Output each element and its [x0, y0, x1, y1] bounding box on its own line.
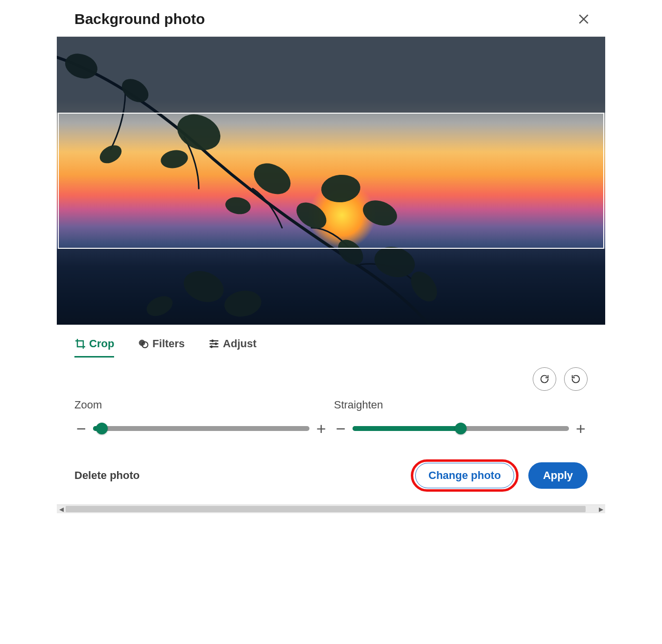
- straighten-slider-group: Straighten − +: [334, 399, 588, 437]
- zoom-minus-button[interactable]: −: [74, 420, 88, 437]
- close-icon: [577, 13, 590, 25]
- svg-point-21: [212, 340, 213, 342]
- rotate-buttons: [57, 358, 605, 396]
- rotate-clockwise-icon: [539, 374, 550, 384]
- straighten-slider-fill: [353, 426, 461, 431]
- zoom-label: Zoom: [74, 399, 328, 411]
- tab-filters-label: Filters: [152, 337, 185, 350]
- change-photo-highlight: Change photo: [411, 459, 519, 492]
- horizontal-scrollbar[interactable]: ◀ ▶: [57, 504, 605, 513]
- straighten-plus-button[interactable]: +: [574, 420, 588, 437]
- scroll-left-arrow[interactable]: ◀: [57, 505, 66, 513]
- adjust-icon: [208, 338, 220, 350]
- crop-dim-top: [57, 37, 605, 113]
- crop-dim-bottom: [57, 249, 605, 325]
- modal-header: Background photo: [57, 2, 605, 37]
- zoom-plus-button[interactable]: +: [314, 420, 328, 437]
- apply-button[interactable]: Apply: [528, 462, 588, 489]
- slider-panel: Zoom − + Straighten − +: [57, 396, 605, 449]
- delete-photo-link[interactable]: Delete photo: [74, 469, 140, 482]
- tab-adjust[interactable]: Adjust: [208, 337, 256, 358]
- straighten-label: Straighten: [334, 399, 588, 411]
- scroll-thumb[interactable]: [66, 506, 586, 512]
- zoom-slider-thumb[interactable]: [96, 423, 108, 434]
- modal-footer: Delete photo Change photo Apply: [57, 449, 605, 504]
- svg-point-25: [211, 346, 213, 348]
- modal-title: Background photo: [74, 11, 205, 27]
- rotate-counterclockwise-button[interactable]: [564, 367, 588, 391]
- filters-icon: [138, 338, 149, 350]
- tab-crop-label: Crop: [89, 337, 114, 350]
- svg-point-23: [215, 343, 217, 345]
- crop-rectangle[interactable]: [58, 113, 604, 249]
- zoom-slider-group: Zoom − +: [74, 399, 328, 437]
- tab-filters[interactable]: Filters: [138, 337, 185, 358]
- rotate-clockwise-button[interactable]: [533, 367, 556, 391]
- crop-icon: [74, 338, 86, 350]
- tab-crop[interactable]: Crop: [74, 337, 114, 358]
- rotate-counterclockwise-icon: [570, 374, 581, 384]
- straighten-slider-thumb[interactable]: [455, 423, 467, 434]
- straighten-slider[interactable]: [353, 426, 569, 431]
- edit-tabs: Crop Filters Adjust: [57, 325, 605, 358]
- close-button[interactable]: [576, 11, 591, 27]
- background-photo-modal: Background photo: [57, 2, 605, 504]
- photo-canvas[interactable]: [57, 37, 605, 325]
- tab-adjust-label: Adjust: [223, 337, 256, 350]
- scroll-right-arrow[interactable]: ▶: [596, 505, 605, 513]
- straighten-minus-button[interactable]: −: [334, 420, 348, 437]
- zoom-slider[interactable]: [93, 426, 309, 431]
- change-photo-button[interactable]: Change photo: [415, 463, 514, 488]
